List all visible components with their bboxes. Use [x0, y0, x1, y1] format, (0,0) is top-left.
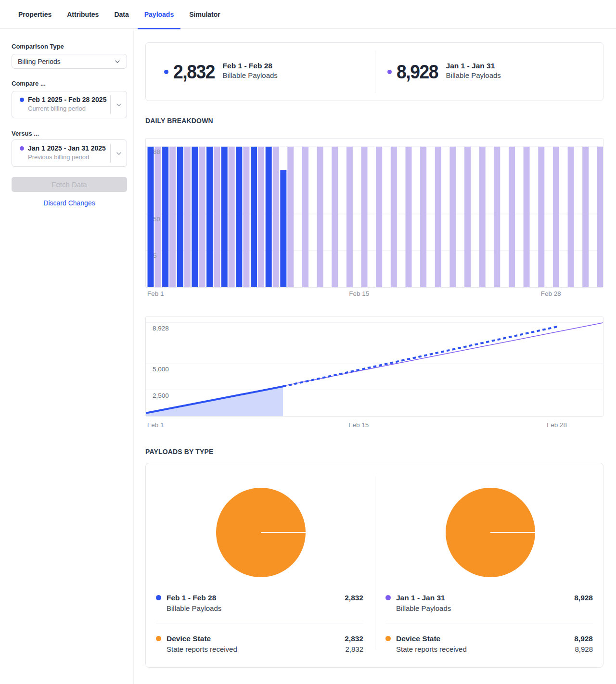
legend-type-value: 2,832	[345, 634, 363, 643]
chevron-down-icon	[114, 58, 121, 65]
legend-row: Device State 8,928	[385, 634, 593, 643]
legend-period-value: 8,928	[574, 594, 593, 602]
comparison-type-select[interactable]: Billing Periods	[12, 54, 127, 69]
legend-period-caption: Billable Payloads	[167, 604, 221, 612]
payloads-panel-divider	[375, 477, 375, 650]
current-period-dot	[164, 70, 168, 74]
previous-period-dot	[387, 70, 392, 74]
bar-previous	[302, 147, 308, 287]
tab-data[interactable]: Data	[106, 0, 136, 29]
payloads-by-type-title: PAYLOADS BY TYPE	[145, 447, 218, 456]
legend-type-title: Device State	[396, 634, 440, 643]
legend-type-caption: State reports received	[167, 645, 237, 653]
tab-simulator[interactable]: Simulator	[181, 0, 228, 29]
versus-label: Versus ...	[12, 130, 127, 137]
legend-type-title: Device State	[167, 634, 211, 643]
bar-current	[162, 147, 168, 287]
bar-previous	[568, 147, 574, 287]
comparison-type-value: Billing Periods	[18, 58, 61, 65]
compare-period-title: Feb 1 2025 - Feb 28 2025	[28, 96, 106, 103]
summary-previous-range: Jan 1 - Jan 31	[446, 61, 501, 71]
y-tick-label: 8,928	[153, 325, 169, 332]
bar-previous	[199, 147, 205, 287]
tab-properties[interactable]: Properties	[11, 0, 59, 29]
bar-current	[148, 147, 154, 287]
previous-period-dot	[385, 595, 391, 600]
bar-previous	[479, 147, 486, 287]
bar-previous	[361, 147, 368, 287]
line-chart-svg: 8,9285,0002,500	[146, 317, 603, 416]
versus-period-select[interactable]: Jan 1 2025 - Jan 31 2025 Previous billin…	[12, 139, 127, 167]
bar-previous	[258, 147, 264, 287]
current-period-dot	[156, 595, 161, 600]
cumulative-chart-panel: 8,9285,0002,500	[145, 317, 603, 417]
pie-chart-previous	[446, 488, 535, 579]
chevron-down-icon	[110, 95, 127, 114]
bar-previous	[597, 147, 603, 287]
summary-current-caption: Billable Payloads	[223, 71, 278, 80]
summary-divider	[375, 51, 375, 93]
bar-previous	[214, 147, 220, 287]
device-state-dot	[156, 636, 161, 641]
cumulative-line-chart: 8,9285,0002,500	[146, 317, 603, 416]
legend-period-title: Jan 1 - Jan 31	[396, 594, 445, 602]
versus-period-title: Jan 1 2025 - Jan 31 2025	[28, 144, 106, 152]
versus-period-subtitle: Previous billing period	[28, 153, 106, 161]
tab-payloads[interactable]: Payloads	[137, 0, 181, 29]
daily-breakdown-title: DAILY BREAKDOWN	[145, 116, 218, 125]
summary-previous: 8,928 Jan 1 - Jan 31 Billable Payloads	[387, 62, 501, 81]
compare-period-subtitle: Current billing period	[28, 105, 106, 112]
payloads-by-type-panel: Feb 1 - Feb 28 2,832 Billable Payloads D…	[145, 463, 603, 668]
sidebar-content-divider	[133, 29, 134, 684]
previous-period-dot	[20, 146, 24, 151]
bar-previous	[538, 147, 544, 287]
legend-row: Feb 1 - Feb 28 2,832	[156, 594, 363, 602]
summary-current-range: Feb 1 - Feb 28	[223, 61, 278, 71]
summary-previous-caption: Billable Payloads	[446, 71, 501, 80]
legend-period-value: 2,832	[345, 594, 363, 602]
bar-previous	[391, 147, 397, 287]
bar-previous	[169, 147, 176, 287]
bar-previous	[509, 147, 515, 287]
y-tick-label: 2,500	[153, 392, 169, 399]
bar-current	[177, 147, 183, 287]
bar-current	[280, 170, 286, 287]
bar-previous	[287, 147, 294, 287]
tab-attributes[interactable]: Attributes	[59, 0, 106, 29]
x-tick-label: Feb 1	[147, 290, 164, 297]
comparison-type-label: Comparison Type	[12, 43, 127, 50]
legend-divider	[385, 623, 593, 623]
bar-previous	[376, 147, 382, 287]
discard-changes-link[interactable]: Discard Changes	[12, 199, 127, 207]
fetch-data-button[interactable]: Fetch Data	[12, 177, 127, 192]
bar-previous	[524, 147, 530, 287]
bar-previous	[273, 147, 279, 287]
legend-row: Jan 1 - Jan 31 8,928	[385, 594, 593, 602]
bar-previous	[494, 147, 500, 287]
bar-previous	[317, 147, 323, 287]
x-tick-label: Feb 15	[348, 421, 369, 429]
bar-previous	[346, 147, 353, 287]
device-state-dot	[385, 636, 391, 641]
bar-previous	[553, 147, 559, 287]
bar-current	[206, 147, 213, 287]
x-tick-label: Feb 28	[541, 290, 561, 297]
legend-type-caption-value: 8,928	[575, 645, 593, 654]
summary-previous-value: 8,928	[397, 62, 438, 81]
legend-type-caption: State reports received	[396, 645, 467, 653]
bar-current	[236, 147, 242, 287]
bar-previous	[582, 147, 589, 287]
bar-previous	[435, 147, 441, 287]
compare-label: Compare ...	[12, 80, 127, 87]
summary-card: 2,832 Feb 1 - Feb 28 Billable Payloads 8…	[145, 42, 603, 101]
bar-current	[266, 147, 272, 287]
bar-previous	[420, 147, 426, 287]
pie-previous-svg	[446, 488, 535, 577]
pie-chart-current	[216, 488, 306, 579]
legend-type-value: 8,928	[574, 634, 593, 643]
bar-chart-svg: 28815075	[146, 139, 603, 287]
bar-previous	[406, 147, 412, 287]
tab-bar: Properties Attributes Data Payloads Simu…	[0, 0, 616, 29]
bar-previous	[243, 147, 249, 287]
compare-period-select[interactable]: Feb 1 2025 - Feb 28 2025 Current billing…	[12, 91, 127, 118]
